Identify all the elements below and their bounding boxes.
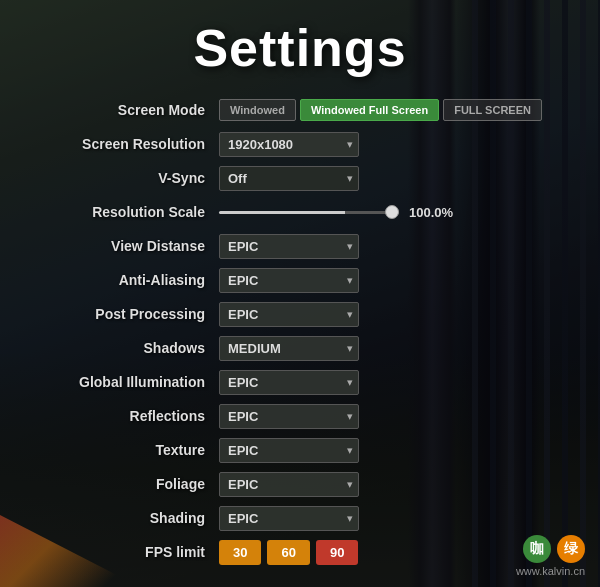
screen-resolution-label: Screen Resolution bbox=[44, 136, 219, 152]
watermark-site: www.kalvin.cn bbox=[516, 565, 585, 577]
shading-control: LOWMEDIUMHIGHEPIC bbox=[219, 506, 556, 531]
screen-mode-row: Screen Mode Windowed Windowed Full Scree… bbox=[40, 94, 560, 126]
texture-label: Texture bbox=[44, 442, 219, 458]
global-illumination-wrapper: LOWMEDIUMHIGHEPIC bbox=[219, 370, 359, 395]
windowed-fullscreen-button[interactable]: Windowed Full Screen bbox=[300, 99, 439, 121]
shading-select[interactable]: LOWMEDIUMHIGHEPIC bbox=[219, 506, 359, 531]
screen-mode-control: Windowed Windowed Full Screen FULL SCREE… bbox=[219, 99, 556, 121]
reflections-label: Reflections bbox=[44, 408, 219, 424]
shadows-control: LOWMEDIUMHIGHEPIC bbox=[219, 336, 556, 361]
fps-limit-label: FPS limit bbox=[44, 544, 219, 560]
global-illumination-select[interactable]: LOWMEDIUMHIGHEPIC bbox=[219, 370, 359, 395]
post-processing-wrapper: LOWMEDIUMHIGHEPIC bbox=[219, 302, 359, 327]
view-distance-select[interactable]: LOWMEDIUMHIGHEPIC bbox=[219, 234, 359, 259]
anti-aliasing-row: Anti-Aliasing LOWMEDIUMHIGHEPIC bbox=[40, 264, 560, 296]
fps-90-button[interactable]: 90 bbox=[316, 540, 358, 565]
global-illumination-row: Global Illumination LOWMEDIUMHIGHEPIC bbox=[40, 366, 560, 398]
vsync-select[interactable]: Off On bbox=[219, 166, 359, 191]
watermark-icon-green: 咖 bbox=[523, 535, 551, 563]
anti-aliasing-label: Anti-Aliasing bbox=[44, 272, 219, 288]
reflections-select[interactable]: LOWMEDIUMHIGHEPIC bbox=[219, 404, 359, 429]
shadows-wrapper: LOWMEDIUMHIGHEPIC bbox=[219, 336, 359, 361]
resolution-scale-value: 100.0% bbox=[409, 205, 453, 220]
resolution-scale-row: Resolution Scale 100.0% bbox=[40, 196, 560, 228]
shading-wrapper: LOWMEDIUMHIGHEPIC bbox=[219, 506, 359, 531]
reflections-control: LOWMEDIUMHIGHEPIC bbox=[219, 404, 556, 429]
texture-row: Texture LOWMEDIUMHIGHEPIC bbox=[40, 434, 560, 466]
anti-aliasing-select[interactable]: LOWMEDIUMHIGHEPIC bbox=[219, 268, 359, 293]
anti-aliasing-control: LOWMEDIUMHIGHEPIC bbox=[219, 268, 556, 293]
page-title: Settings bbox=[193, 18, 406, 78]
resolution-scale-slider[interactable] bbox=[219, 211, 399, 214]
vsync-row: V-Sync Off On bbox=[40, 162, 560, 194]
screen-resolution-row: Screen Resolution 1920x1080 2560x1440 12… bbox=[40, 128, 560, 160]
view-distance-wrapper: LOWMEDIUMHIGHEPIC bbox=[219, 234, 359, 259]
slider-container: 100.0% bbox=[219, 205, 556, 220]
screen-resolution-wrapper: 1920x1080 2560x1440 1280x720 1600x900 bbox=[219, 132, 359, 157]
resolution-scale-control: 100.0% bbox=[219, 205, 556, 220]
main-container: Settings Screen Mode Windowed Windowed F… bbox=[0, 0, 600, 587]
shading-row: Shading LOWMEDIUMHIGHEPIC bbox=[40, 502, 560, 534]
global-illumination-control: LOWMEDIUMHIGHEPIC bbox=[219, 370, 556, 395]
screen-resolution-select[interactable]: 1920x1080 2560x1440 1280x720 1600x900 bbox=[219, 132, 359, 157]
vsync-wrapper: Off On bbox=[219, 166, 359, 191]
foliage-control: LOWMEDIUMHIGHEPIC bbox=[219, 472, 556, 497]
foliage-wrapper: LOWMEDIUMHIGHEPIC bbox=[219, 472, 359, 497]
shadows-row: Shadows LOWMEDIUMHIGHEPIC bbox=[40, 332, 560, 364]
reflections-row: Reflections LOWMEDIUMHIGHEPIC bbox=[40, 400, 560, 432]
foliage-label: Foliage bbox=[44, 476, 219, 492]
fullscreen-button[interactable]: FULL SCREEN bbox=[443, 99, 542, 121]
anti-aliasing-wrapper: LOWMEDIUMHIGHEPIC bbox=[219, 268, 359, 293]
post-processing-control: LOWMEDIUMHIGHEPIC bbox=[219, 302, 556, 327]
fps-limit-row: FPS limit 30 60 90 bbox=[40, 536, 560, 568]
texture-control: LOWMEDIUMHIGHEPIC bbox=[219, 438, 556, 463]
watermark: 咖 绿 www.kalvin.cn bbox=[516, 535, 585, 577]
texture-select[interactable]: LOWMEDIUMHIGHEPIC bbox=[219, 438, 359, 463]
settings-panel: Screen Mode Windowed Windowed Full Scree… bbox=[40, 94, 560, 568]
view-distance-row: View Distanse LOWMEDIUMHIGHEPIC bbox=[40, 230, 560, 262]
windowed-button[interactable]: Windowed bbox=[219, 99, 296, 121]
vsync-label: V-Sync bbox=[44, 170, 219, 186]
screen-resolution-control: 1920x1080 2560x1440 1280x720 1600x900 bbox=[219, 132, 556, 157]
watermark-icon-orange: 绿 bbox=[557, 535, 585, 563]
reflections-wrapper: LOWMEDIUMHIGHEPIC bbox=[219, 404, 359, 429]
resolution-scale-label: Resolution Scale bbox=[44, 204, 219, 220]
fps-60-button[interactable]: 60 bbox=[267, 540, 309, 565]
fps-30-button[interactable]: 30 bbox=[219, 540, 261, 565]
watermark-icons: 咖 绿 bbox=[523, 535, 585, 563]
foliage-row: Foliage LOWMEDIUMHIGHEPIC bbox=[40, 468, 560, 500]
post-processing-select[interactable]: LOWMEDIUMHIGHEPIC bbox=[219, 302, 359, 327]
screen-mode-label: Screen Mode bbox=[44, 102, 219, 118]
foliage-select[interactable]: LOWMEDIUMHIGHEPIC bbox=[219, 472, 359, 497]
view-distance-control: LOWMEDIUMHIGHEPIC bbox=[219, 234, 556, 259]
post-processing-row: Post Processing LOWMEDIUMHIGHEPIC bbox=[40, 298, 560, 330]
shading-label: Shading bbox=[44, 510, 219, 526]
fps-limit-control: 30 60 90 bbox=[219, 540, 556, 565]
post-processing-label: Post Processing bbox=[44, 306, 219, 322]
shadows-label: Shadows bbox=[44, 340, 219, 356]
vsync-control: Off On bbox=[219, 166, 556, 191]
global-illumination-label: Global Illumination bbox=[44, 374, 219, 390]
shadows-select[interactable]: LOWMEDIUMHIGHEPIC bbox=[219, 336, 359, 361]
view-distance-label: View Distanse bbox=[44, 238, 219, 254]
texture-wrapper: LOWMEDIUMHIGHEPIC bbox=[219, 438, 359, 463]
